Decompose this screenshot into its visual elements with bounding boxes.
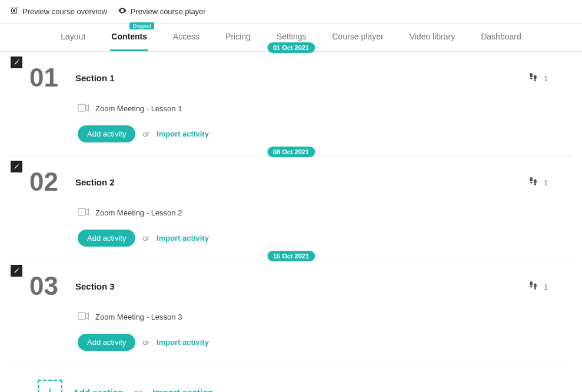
section-row: 01 Oct 2021 01 Section 1 1 Zoom Meeting … <box>9 52 573 156</box>
eye-icon <box>118 6 127 17</box>
add-section-square[interactable]: + <box>38 380 62 392</box>
tab-layout[interactable]: Layout <box>59 24 87 51</box>
steps-count: 1 <box>544 283 548 291</box>
plus-icon: + <box>45 383 54 393</box>
section-actions: Add activity or Import activity <box>78 230 553 247</box>
preview-overview-icon <box>9 6 19 17</box>
preview-overview-link[interactable]: Preview course overview <box>9 6 107 17</box>
footsteps-icon <box>527 176 539 190</box>
top-bar: Preview course overview Preview course p… <box>0 0 582 24</box>
date-badge: 08 Oct 2021 <box>267 147 315 157</box>
section-header: 02 Section 2 1 <box>29 169 553 195</box>
svg-point-8 <box>534 184 537 185</box>
date-badge: 15 Oct 2021 <box>267 251 315 261</box>
lesson-row[interactable]: Zoom Meeting - Lesson 3 <box>78 312 553 322</box>
add-section-link[interactable]: Add section <box>73 387 124 393</box>
import-activity-link[interactable]: Import activity <box>157 129 209 138</box>
lesson-title: Zoom Meeting - Lesson 3 <box>95 313 182 321</box>
svg-point-11 <box>530 286 533 288</box>
footsteps-icon <box>527 280 539 294</box>
section-number: 03 <box>29 273 75 299</box>
pencil-icon <box>14 162 20 171</box>
section-row: 15 Oct 2021 03 Section 3 1 Zoom Meeting … <box>9 260 573 364</box>
steps-indicator: 1 <box>527 280 548 294</box>
steps-indicator: 1 <box>527 72 548 85</box>
video-icon <box>78 208 89 218</box>
dripped-badge: Dripped <box>129 22 154 29</box>
preview-player-label: Preview course player <box>131 7 206 16</box>
or-text: or <box>134 387 142 393</box>
tab-pricing[interactable]: Pricing <box>224 24 252 51</box>
bottom-actions: + Add section or Import section <box>9 364 573 392</box>
edit-section-button[interactable] <box>11 161 22 172</box>
steps-count: 1 <box>544 179 548 187</box>
svg-point-7 <box>534 179 537 184</box>
video-icon <box>78 104 89 114</box>
preview-player-link[interactable]: Preview course player <box>118 6 206 17</box>
svg-point-0 <box>530 73 533 77</box>
add-activity-button[interactable]: Add activity <box>78 334 135 351</box>
section-title: Section 1 <box>75 73 115 83</box>
tab-dashboard[interactable]: Dashboard <box>480 24 523 51</box>
tab-contents[interactable]: Contents Dripped <box>110 24 148 51</box>
section-actions: Add activity or Import activity <box>78 125 553 142</box>
svg-point-2 <box>534 75 537 79</box>
import-section-link[interactable]: Import section <box>152 387 213 393</box>
date-badge: 01 Oct 2021 <box>267 42 315 53</box>
section-number: 02 <box>29 169 75 195</box>
section-number: 01 <box>29 65 75 91</box>
add-activity-button[interactable]: Add activity <box>78 230 135 247</box>
import-activity-link[interactable]: Import activity <box>157 338 209 347</box>
tab-course-player[interactable]: Course player <box>331 24 385 51</box>
svg-point-1 <box>530 78 533 79</box>
svg-point-6 <box>530 182 533 184</box>
or-text: or <box>142 129 149 138</box>
or-text: or <box>142 338 149 347</box>
lesson-row[interactable]: Zoom Meeting - Lesson 1 <box>78 104 553 114</box>
lesson-title: Zoom Meeting - Lesson 1 <box>95 104 182 113</box>
pencil-icon <box>14 58 20 67</box>
pencil-icon <box>14 266 20 275</box>
tab-contents-label: Contents <box>111 32 147 41</box>
svg-point-13 <box>534 288 537 290</box>
or-text: or <box>142 234 149 242</box>
tab-video-library[interactable]: Video library <box>408 24 457 51</box>
edit-section-button[interactable] <box>11 265 22 277</box>
svg-point-5 <box>530 177 533 182</box>
section-title: Section 2 <box>75 177 115 187</box>
import-activity-link[interactable]: Import activity <box>157 234 209 242</box>
add-activity-button[interactable]: Add activity <box>78 125 135 142</box>
section-header: 01 Section 1 1 <box>29 65 553 91</box>
footsteps-icon <box>527 72 539 85</box>
section-title: Section 3 <box>75 281 115 291</box>
lesson-row[interactable]: Zoom Meeting - Lesson 2 <box>78 208 553 218</box>
section-header: 03 Section 3 1 <box>29 273 553 299</box>
video-icon <box>78 312 89 322</box>
lesson-title: Zoom Meeting - Lesson 2 <box>95 208 182 217</box>
section-actions: Add activity or Import activity <box>78 334 553 351</box>
edit-section-button[interactable] <box>11 57 22 68</box>
svg-rect-9 <box>78 208 86 215</box>
svg-point-3 <box>534 79 537 81</box>
svg-rect-4 <box>78 104 86 111</box>
section-row: 08 Oct 2021 02 Section 2 1 Zoom Meeting … <box>9 156 573 260</box>
svg-rect-14 <box>78 313 86 320</box>
preview-overview-label: Preview course overview <box>22 7 107 16</box>
svg-point-12 <box>534 283 537 288</box>
steps-indicator: 1 <box>527 176 548 190</box>
steps-count: 1 <box>544 75 548 83</box>
tab-access[interactable]: Access <box>172 24 201 51</box>
sections-list: 01 Oct 2021 01 Section 1 1 Zoom Meeting … <box>0 52 582 364</box>
svg-point-10 <box>530 281 533 286</box>
